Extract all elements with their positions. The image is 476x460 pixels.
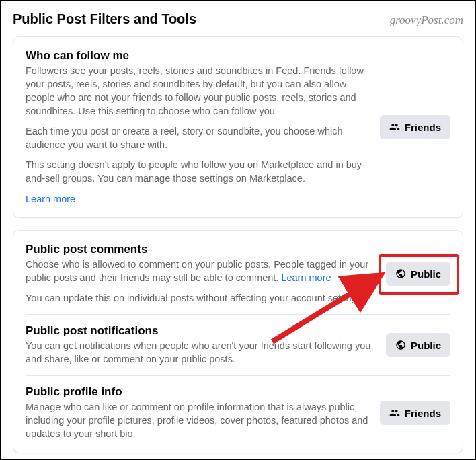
comments-audience-button[interactable]: Public xyxy=(386,262,450,286)
comments-title: Public post comments xyxy=(26,243,375,256)
notifications-desc: You can get notifications when people wh… xyxy=(26,339,375,366)
follow-desc-1: Followers see your posts, reels, stories… xyxy=(26,64,369,118)
comments-sub: You can update this on individual posts … xyxy=(26,291,375,305)
follow-button-label: Friends xyxy=(405,122,441,133)
who-can-follow-card: Who can follow me Followers see your pos… xyxy=(13,36,463,218)
follow-desc-3: This setting doesn't apply to people who… xyxy=(26,158,369,185)
profile-audience-button[interactable]: Friends xyxy=(380,401,450,425)
notifications-title: Public post notifications xyxy=(26,324,375,338)
profile-desc: Manage who can like or comment on profil… xyxy=(26,400,369,440)
follow-audience-button[interactable]: Friends xyxy=(380,115,450,139)
follow-learn-more-link[interactable]: Learn more xyxy=(26,194,75,204)
globe-icon xyxy=(395,340,406,350)
comments-desc: Choose who is allowed to comment on your… xyxy=(26,258,375,284)
notifications-button-label: Public xyxy=(411,340,441,351)
globe-icon xyxy=(395,268,406,279)
friends-icon xyxy=(389,408,400,418)
friends-icon xyxy=(389,122,400,132)
follow-desc-2: Each time you post or create a reel, sto… xyxy=(26,124,369,151)
watermark: groovyPost.com xyxy=(390,13,463,27)
public-settings-card: Public post comments Choose who is allow… xyxy=(13,230,463,453)
profile-title: Public profile info xyxy=(26,385,369,399)
profile-button-label: Friends xyxy=(405,408,441,419)
notifications-audience-button[interactable]: Public xyxy=(386,333,450,357)
follow-title: Who can follow me xyxy=(26,49,369,63)
page-title: Public Post Filters and Tools xyxy=(13,11,196,27)
comments-button-label: Public xyxy=(411,268,441,280)
comments-learn-more-link[interactable]: Learn more xyxy=(281,272,331,283)
